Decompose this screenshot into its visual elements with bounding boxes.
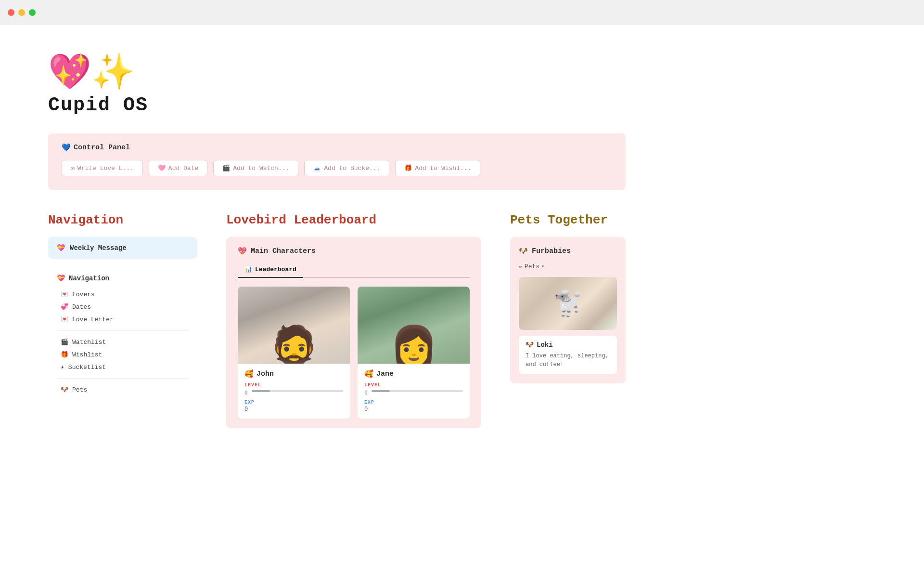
app-title: Cupid OS xyxy=(48,94,876,116)
love-letter-icon: 💌 xyxy=(61,315,68,323)
chevron-down-icon: ▾ xyxy=(541,263,544,269)
pencil-icon: ✏️ xyxy=(519,263,523,270)
john-photo xyxy=(238,287,350,364)
pets-panel-icon: 🐶 xyxy=(519,247,528,256)
john-name: 🥰 John xyxy=(244,369,343,379)
bucketlist-icon: ✈️ xyxy=(61,363,64,371)
pet-icon: 🐶 xyxy=(526,341,534,349)
nav-section-header: 💝 Navigation xyxy=(57,274,189,282)
nav-item-watchlist[interactable]: 🎬 Watchlist xyxy=(57,336,189,348)
jane-level-bar-fill xyxy=(372,390,390,392)
app-header: 💖✨ Cupid OS xyxy=(48,54,876,116)
chart-icon: 📊 xyxy=(244,265,252,273)
nav-item-dates[interactable]: 💞 Dates xyxy=(57,301,189,313)
letter-icon: ✉️ xyxy=(71,164,75,172)
lovers-icon: 💌 xyxy=(61,290,68,298)
pet-name: 🐶 Loki xyxy=(526,341,610,349)
main-content: 💖✨ Cupid OS 💙 Control Panel ✉️ Write Lov… xyxy=(0,25,924,457)
nav-item-pets[interactable]: 🐶 Pets xyxy=(57,383,189,396)
wishlist-icon: 🎁 xyxy=(61,351,68,358)
control-panel: 💙 Control Panel ✉️ Write Love L... 🩷 Add… xyxy=(48,133,626,190)
john-level-bar-fill xyxy=(252,390,270,392)
control-buttons: ✉️ Write Love L... 🩷 Add Date 🎬 Add to W… xyxy=(62,160,612,176)
john-level-bar-bg xyxy=(252,390,343,392)
tab-leaderboard[interactable]: 📊 Leaderboard xyxy=(238,263,303,278)
pet-photo: 🐩 xyxy=(519,277,617,330)
jane-exp-value: 0 xyxy=(364,406,463,413)
minimize-button[interactable] xyxy=(18,9,25,16)
character-cards: 🥰 John LEVEL 0 EXP 0 xyxy=(238,287,470,419)
pets-section-title: Pets Together xyxy=(510,213,626,227)
leaderboard-panel-icon: 💖 xyxy=(238,247,247,256)
weekly-message-icon: 💝 xyxy=(57,244,65,252)
john-emoji: 🥰 xyxy=(244,369,254,379)
leaderboard-panel: 💖 Main Characters 📊 Leaderboard xyxy=(226,237,481,428)
leaderboard-column: Lovebird Leaderboard 💖 Main Characters 📊… xyxy=(226,213,481,428)
watchlist-icon: 🎬 xyxy=(61,338,68,346)
nav-item-love-letter[interactable]: 💌 Love Letter xyxy=(57,313,189,326)
jane-info: 🥰 Jane LEVEL 0 EXP 0 xyxy=(358,364,470,419)
nav-item-lovers[interactable]: 💌 Lovers xyxy=(57,288,189,301)
dates-icon: 💞 xyxy=(61,303,68,311)
columns: Navigation 💝 Weekly Message 💝 Navigation… xyxy=(48,213,626,428)
maximize-button[interactable] xyxy=(29,9,36,16)
nav-divider-2 xyxy=(57,378,189,379)
titlebar xyxy=(0,0,924,25)
nav-divider-1 xyxy=(57,330,189,331)
john-exp-label: EXP xyxy=(244,400,343,405)
nav-section: 💝 Navigation 💌 Lovers 💞 Dates 💌 Love Let… xyxy=(48,266,197,404)
pets-panel: 🐶 Furbabies ✏️ Pets ▾ 🐩 🐶 Loki I l xyxy=(510,237,626,383)
app-icon: 💖✨ xyxy=(48,54,876,89)
add-to-wishlist-button[interactable]: 🎁 Add to Wishl... xyxy=(395,160,480,176)
nav-column: Navigation 💝 Weekly Message 💝 Navigation… xyxy=(48,213,197,428)
pets-nav-icon: 🐶 xyxy=(61,386,68,394)
pets-filter[interactable]: ✏️ Pets ▾ xyxy=(519,263,617,270)
add-date-button[interactable]: 🩷 Add Date xyxy=(149,160,207,176)
john-info: 🥰 John LEVEL 0 EXP 0 xyxy=(238,364,350,419)
nav-section-icon: 💝 xyxy=(57,274,65,282)
write-love-letter-button[interactable]: ✉️ Write Love L... xyxy=(62,160,143,176)
jane-level-label: LEVEL xyxy=(364,382,463,388)
pets-panel-title: 🐶 Furbabies xyxy=(519,247,617,256)
leaderboard-section-title: Lovebird Leaderboard xyxy=(226,213,481,227)
character-card-john: 🥰 John LEVEL 0 EXP 0 xyxy=(238,287,350,419)
jane-name: 🥰 Jane xyxy=(364,369,463,379)
jane-emoji: 🥰 xyxy=(364,369,373,379)
john-exp-value: 0 xyxy=(244,406,343,413)
pet-card-loki: 🐶 Loki I love eating, sleeping, and coff… xyxy=(519,336,617,374)
movie-icon: 🎬 xyxy=(222,164,230,172)
character-card-jane: 🥰 Jane LEVEL 0 EXP 0 xyxy=(358,287,470,419)
close-button[interactable] xyxy=(8,9,14,16)
leaderboard-panel-title: 💖 Main Characters xyxy=(238,247,470,256)
weekly-message-label: Weekly Message xyxy=(70,244,127,252)
heart-icon: 🩷 xyxy=(158,164,166,172)
john-level-value: 0 xyxy=(244,390,248,396)
john-level-label: LEVEL xyxy=(244,382,343,388)
add-to-bucketlist-button[interactable]: 🗻 Add to Bucke... xyxy=(304,160,389,176)
pet-photo-container: 🐩 xyxy=(519,277,617,330)
pets-column: Pets Together 🐶 Furbabies ✏️ Pets ▾ 🐩 🐶 xyxy=(510,213,626,428)
jane-level-bar-bg xyxy=(372,390,463,392)
nav-item-bucketlist[interactable]: ✈️ Bucketlist xyxy=(57,361,189,373)
control-panel-icon: 💙 xyxy=(62,143,71,152)
gift-icon: 🎁 xyxy=(404,164,412,172)
nav-item-wishlist[interactable]: 🎁 Wishlist xyxy=(57,348,189,361)
mountain-icon: 🗻 xyxy=(313,164,321,172)
jane-level-value: 0 xyxy=(364,390,368,396)
leaderboard-tabs: 📊 Leaderboard xyxy=(238,263,470,278)
add-to-watchlist-button[interactable]: 🎬 Add to Watch... xyxy=(213,160,298,176)
nav-section-title: Navigation xyxy=(48,213,197,227)
jane-exp-label: EXP xyxy=(364,400,463,405)
control-panel-title: 💙 Control Panel xyxy=(62,143,612,152)
weekly-message-card[interactable]: 💝 Weekly Message xyxy=(48,237,197,259)
jane-photo xyxy=(358,287,470,364)
pet-description: I love eating, sleeping, and coffee! xyxy=(526,352,610,369)
